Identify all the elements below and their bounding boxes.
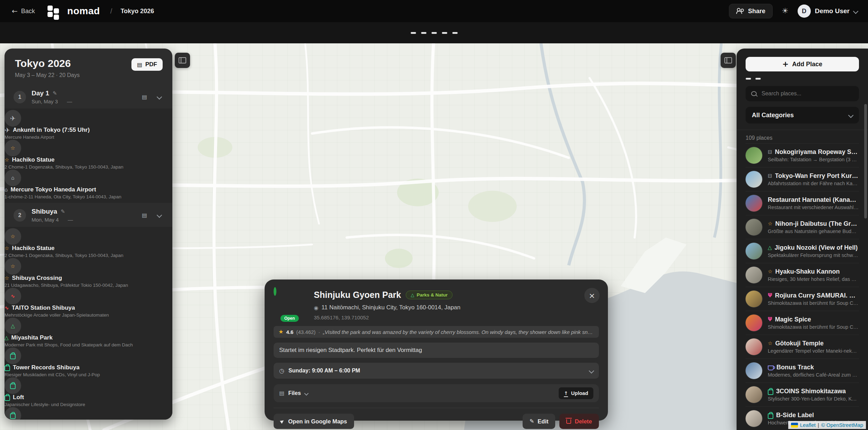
- note-input[interactable]: Startet im riesigen Stadtpark. Perfekt f…: [274, 343, 599, 358]
- chevron-down-icon[interactable]: [157, 94, 162, 100]
- itinerary-entry[interactable]: Mercure Tokyo Haneda Airport 1-chōme-2-1…: [5, 170, 172, 199]
- day-header[interactable]: 1 Day 1 Sun, May 3—: [5, 85, 172, 109]
- entry-title: Ankunft in Tokyo (7:55 Uhr): [13, 127, 90, 134]
- itinerary-entry[interactable]: Ankunft in Tokyo (7:55 Uhr) Mercure Hane…: [5, 110, 172, 140]
- star-icon: [5, 276, 9, 281]
- star-icon: [5, 246, 9, 251]
- star-icon: [10, 264, 15, 269]
- open-google-maps-button[interactable]: Open in Google Maps: [274, 414, 354, 429]
- place-list-item[interactable]: Restaurant Harunatei (Kanaya Po… Restaur…: [746, 191, 859, 215]
- document-icon: [137, 62, 142, 68]
- user-menu[interactable]: D Demo User: [798, 5, 858, 18]
- entry-subtitle: 2 Chome-1 Dogenzaka, Shibuya, Tokyo 150-…: [5, 164, 172, 170]
- place-title: Hyaku-Shaku Kannon: [775, 268, 840, 275]
- restaurant-icon: [768, 317, 772, 322]
- share-button[interactable]: Share: [729, 4, 773, 18]
- place-list-item[interactable]: 3COINS Shimokitazawa Stylischer 300-Yen-…: [746, 382, 859, 406]
- rating-value: 4.6: [286, 329, 293, 335]
- entry-icon-circle: [5, 110, 21, 127]
- hotel-icon: [5, 187, 8, 192]
- osm-link[interactable]: © OpenStreetMap: [821, 422, 863, 428]
- place-thumbnail: [746, 315, 762, 331]
- place-title: Restaurant Harunatei (Kanaya Po…: [768, 196, 859, 204]
- brand-name[interactable]: nomad: [67, 6, 100, 17]
- day-notes-icon[interactable]: [142, 213, 147, 218]
- delete-button[interactable]: Delete: [559, 414, 599, 429]
- edit-button[interactable]: Edit: [523, 414, 556, 429]
- entry-subtitle: 21 Udagawacho, Shibuya, Präfektur Tokio …: [5, 283, 172, 288]
- nomad-logo-icon[interactable]: [48, 6, 59, 17]
- edit-day-icon[interactable]: [53, 91, 57, 96]
- place-title: Rojiura Curry SAMURAI. Shim…: [775, 292, 859, 299]
- category-select[interactable]: All Categories: [746, 107, 859, 123]
- chevron-down-icon: [853, 8, 859, 14]
- itinerary-panel: Tokyo 2026 May 3 – May 22 · 20 Days PDF …: [5, 49, 172, 420]
- entry-icon-circle: [5, 258, 21, 275]
- place-detail-card: Open Shinjuku Gyoen Park Parks & Natur 1…: [265, 280, 608, 421]
- category-badge: Parks & Natur: [406, 291, 452, 299]
- edit-day-icon[interactable]: [61, 209, 65, 214]
- search-input[interactable]: [761, 90, 853, 97]
- entry-icon-circle: [5, 347, 21, 364]
- search-box[interactable]: [746, 86, 859, 101]
- place-title: Tokyo-Wan Ferry Port Kuriha…: [775, 172, 859, 180]
- activity-icon: [5, 306, 9, 311]
- chevron-down-icon[interactable]: [157, 213, 162, 218]
- shopping-icon: [768, 389, 773, 395]
- place-thumbnail: [746, 267, 762, 283]
- itinerary-entry[interactable]: Shibuya Crossing 21 Udagawacho, Shibuya,…: [5, 258, 172, 288]
- itinerary-entry[interactable]: TAITO Station Shibuya Mehrstöckige Arcad…: [5, 288, 172, 318]
- place-list-item[interactable]: Nokogiriyama Ropeway Sum… Seilbahn: Tals…: [746, 143, 859, 167]
- collapse-left-panel-button[interactable]: [175, 53, 190, 68]
- sidebar-icon: [179, 57, 186, 63]
- place-list-item[interactable]: Gōtokuji Temple Legendärer Tempel voller…: [746, 335, 859, 359]
- trip-title: Tokyo 2026: [15, 58, 80, 69]
- chevron-down-icon: [589, 368, 594, 373]
- pin-icon: [314, 305, 318, 311]
- place-thumbnail: [746, 338, 762, 355]
- scrollbar-thumb[interactable]: [864, 104, 867, 218]
- add-place-button[interactable]: Add Place: [746, 57, 859, 71]
- day-header[interactable]: 2 Shibuya Mon, May 4—: [5, 204, 172, 227]
- day-notes-icon[interactable]: [142, 94, 147, 100]
- itinerary-entry[interactable]: Loft Japanischer Lifestyle- und Designst…: [5, 377, 172, 407]
- collapse-right-panel-button[interactable]: [721, 53, 736, 68]
- itinerary-entry[interactable]: Miyashita Park Moderner Park mit Shops, …: [5, 318, 172, 347]
- place-list-item[interactable]: Jigoku Nozoki (View of Hell) Spektakulär…: [746, 239, 859, 263]
- itinerary-entry[interactable]: Shibuya Parco (Cyberspace Shibuya) Retro…: [5, 407, 172, 420]
- itinerary-entry[interactable]: Tower Records Shibuya Riesiger Musiklade…: [5, 347, 172, 377]
- star-icon: [10, 146, 15, 151]
- opening-hours-row[interactable]: Sunday: 9:00 AM – 6:00 PM: [274, 363, 599, 379]
- place-list-item[interactable]: Tokyo-Wan Ferry Port Kuriha… Abfahrtssta…: [746, 167, 859, 191]
- upload-button[interactable]: Upload: [559, 387, 593, 399]
- place-list-item[interactable]: Nihon-ji Daibutsu (The Great … Größte au…: [746, 215, 859, 239]
- place-subtitle: Shimokitazawa ist berühmt für Soup Curry: [768, 300, 859, 306]
- cafe-icon: [768, 366, 774, 370]
- trash-icon: [566, 419, 571, 424]
- shopping-icon: [10, 384, 16, 389]
- avatar[interactable]: D: [798, 5, 811, 18]
- place-list-item[interactable]: Magic Spice Shimokitazawa ist berühmt fü…: [746, 311, 859, 335]
- close-button[interactable]: ×: [584, 288, 600, 303]
- back-button[interactable]: Back: [12, 8, 35, 15]
- shopping-icon: [10, 354, 16, 359]
- place-list-item[interactable]: Rojiura Curry SAMURAI. Shim… Shimokitaza…: [746, 287, 859, 311]
- entry-icon-circle: [5, 140, 21, 156]
- itinerary-entry[interactable]: Hachiko Statue 2 Chome-1 Dogenzaka, Shib…: [5, 228, 172, 258]
- open-status-badge: Open: [281, 315, 299, 322]
- files-toggle[interactable]: Files: [279, 390, 308, 396]
- tab-strip: [0, 22, 868, 43]
- entry-title: TAITO Station Shibuya: [12, 304, 75, 311]
- plane-icon: [5, 127, 10, 134]
- opening-hours: Sunday: 9:00 AM – 6:00 PM: [289, 368, 585, 374]
- leaflet-link[interactable]: Leaflet: [800, 422, 816, 428]
- theme-toggle-icon[interactable]: [782, 7, 789, 15]
- pdf-export-button[interactable]: PDF: [131, 58, 163, 71]
- entry-subtitle: Mehrstöckige Arcade voller Japan-Spielau…: [5, 312, 172, 318]
- place-list-item[interactable]: Hyaku-Shaku Kannon Riesiges, 30 Meter ho…: [746, 263, 859, 287]
- itinerary-entry[interactable]: Hachiko Statue 2 Chome-1 Dogenzaka, Shib…: [5, 140, 172, 170]
- park-icon: [5, 335, 9, 341]
- entry-title: Loft: [13, 394, 24, 401]
- review-bar[interactable]: 4.6 (43.462) · „Visited the park and was…: [274, 326, 599, 338]
- place-list-item[interactable]: Bonus Track Modernes, dörfliches Café-Ar…: [746, 359, 859, 382]
